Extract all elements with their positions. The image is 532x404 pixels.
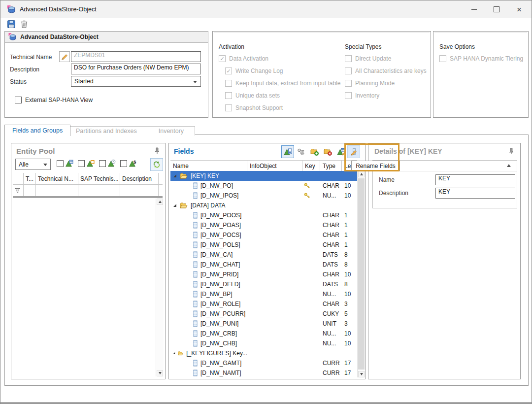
checkbox[interactable]	[345, 67, 352, 74]
checkbox-label: Snapshot Support	[235, 104, 283, 111]
fields-field-row[interactable]: [D_NW_CA]DATS8	[170, 250, 357, 260]
fields-field-row[interactable]: [D_NW_POOS]CHAR1	[170, 210, 357, 220]
characteristic-filter-checkbox[interactable]	[57, 160, 64, 167]
add-group-button[interactable]	[308, 145, 321, 158]
field-icon	[193, 192, 198, 199]
scroll-down-icon[interactable]	[157, 370, 163, 376]
checkbox[interactable]: ✓	[219, 55, 226, 62]
checkbox[interactable]	[225, 80, 232, 87]
fields-scrollbar[interactable]	[357, 171, 365, 377]
keyfigure-filter-checkbox[interactable]	[120, 160, 127, 167]
time-characteristic-filter-checkbox[interactable]	[99, 160, 106, 167]
expand-arrow-icon[interactable]	[172, 202, 178, 208]
entity-pool-column-header[interactable]	[13, 173, 24, 184]
entity-filter-select[interactable]: Alle	[15, 159, 51, 170]
expand-arrow-icon[interactable]	[172, 350, 176, 356]
fields-field-row[interactable]: [D_NW_PUNI]UNIT3	[170, 319, 357, 329]
fields-column-header[interactable]: InfoObject	[247, 161, 302, 171]
entity-pool-scrollbar[interactable]	[156, 199, 164, 376]
scroll-up-icon[interactable]	[157, 199, 163, 205]
key-cell	[302, 183, 320, 189]
edit-technical-name-button[interactable]	[59, 51, 70, 62]
chevron-down-icon	[43, 164, 47, 166]
checkbox[interactable]	[345, 92, 352, 99]
edit-infoobjects-button[interactable]	[334, 145, 347, 158]
close-button[interactable]: ×	[508, 0, 531, 18]
filter-cell[interactable]	[78, 185, 120, 196]
checkbox[interactable]: ✓	[225, 67, 232, 74]
fields-group-row[interactable]: [KEY] KEY	[170, 171, 357, 181]
refresh-button[interactable]	[150, 158, 163, 171]
checkbox[interactable]	[225, 104, 232, 111]
fields-field-row[interactable]: [D_NW_DELD]DATS8	[170, 279, 357, 289]
unit-characteristic-filter-checkbox[interactable]	[78, 160, 85, 167]
show-infoobjects-button[interactable]	[281, 145, 294, 158]
external-hana-view-checkbox[interactable]	[15, 97, 22, 103]
collapse-icon[interactable]	[507, 164, 511, 167]
fields-field-row[interactable]: [D_NW_GAMT]CURR17	[170, 358, 357, 368]
maximize-button[interactable]	[485, 0, 508, 18]
fields-column-headers: NameInfoObjectKeyTypeLen...	[170, 160, 357, 172]
fields-field-row[interactable]: [D_NW_ROLE]CHAR3	[170, 299, 357, 309]
scrollbar-thumb[interactable]	[358, 178, 365, 370]
entity-pool-column-header[interactable]: Technical N...	[36, 173, 78, 184]
save-button[interactable]	[7, 20, 17, 30]
fields-field-row[interactable]: [D_NW_NAMT]CURR17	[170, 368, 357, 378]
type-cell: CHAR	[320, 222, 342, 229]
pin-icon[interactable]	[154, 147, 160, 154]
status-select[interactable]: Started	[71, 76, 201, 87]
fields-field-row[interactable]: [D_NW_PO]CHAR10	[170, 181, 357, 191]
tab-fields-and-groups[interactable]: Fields and Groups	[4, 125, 70, 136]
filter-cell[interactable]	[13, 185, 24, 196]
fields-field-row[interactable]: [D_NW_POLS]CHAR1	[170, 240, 357, 250]
manage-keys-button[interactable]	[295, 145, 307, 158]
checkbox-label: All Characteristics are keys	[355, 67, 427, 74]
fields-field-row[interactable]: [D_NW_POAS]CHAR1	[170, 220, 357, 230]
fields-column-header[interactable]: Type	[320, 161, 342, 171]
entity-pool-column-header[interactable]	[159, 173, 163, 184]
fields-field-row[interactable]: [D_NW_CHB]NU...10	[170, 338, 357, 348]
field-name-cell: [D_NW_GAMT]	[170, 358, 247, 368]
technical-name-input[interactable]: ZEPMDS01	[71, 51, 201, 62]
field-icon	[193, 182, 198, 189]
expand-arrow-icon[interactable]	[172, 173, 178, 179]
fields-field-row[interactable]: [D_NW_CHAT]DATS8	[170, 260, 357, 269]
pin-icon[interactable]	[508, 148, 514, 155]
filter-cell[interactable]	[159, 185, 163, 196]
field-icon	[193, 320, 198, 327]
special-types-options: Direct UpdateAll Characteristics are key…	[345, 52, 427, 101]
delete-button[interactable]	[20, 20, 30, 30]
fields-field-row[interactable]: [D_NW_PCURR]CUKY5	[170, 309, 357, 319]
tab-inventory[interactable]: Inventory	[148, 128, 195, 135]
description-input[interactable]: DSO for Purchase Orders (NW Demo EPM)	[71, 64, 201, 74]
checkbox[interactable]	[345, 80, 352, 87]
entity-pool-column-header[interactable]: T...	[24, 173, 36, 184]
remove-group-button[interactable]	[321, 145, 334, 158]
fields-field-row[interactable]: [D_NW_IPOS]NU...10	[170, 191, 357, 201]
entity-pool-column-header[interactable]: Description	[120, 173, 159, 184]
fields-group-row[interactable]: [_KEYFIGURES] Key...	[170, 348, 357, 358]
fields-column-header[interactable]: Name	[170, 161, 247, 171]
fields-field-row[interactable]: [D_NW_BP]NU...10	[170, 289, 357, 299]
fields-column-header[interactable]: Key	[302, 161, 320, 171]
fields-field-row[interactable]: [D_NW_CRB]NU...10	[170, 329, 357, 338]
rename-fields-button[interactable]	[347, 145, 360, 158]
activation-title: Activation	[219, 41, 340, 52]
fields-field-row[interactable]: [D_NW_PRID]CHAR10	[170, 269, 357, 279]
fields-group-row[interactable]: [DATA] DATA	[170, 201, 357, 210]
field-name-cell: [D_NW_PRID]	[170, 269, 247, 279]
tab-partitions-and-indexes[interactable]: Partitions and Indexes	[65, 128, 148, 135]
entity-pool-column-header[interactable]: SAP Technis...	[78, 173, 120, 184]
checkbox[interactable]	[439, 55, 446, 62]
details-name-input[interactable]: KEY	[435, 174, 515, 185]
scroll-up-icon[interactable]	[358, 171, 365, 177]
filter-cell[interactable]	[24, 185, 36, 196]
fields-field-row[interactable]: [D_NW_POCS]CHAR1	[170, 230, 357, 240]
filter-cell[interactable]	[36, 185, 78, 196]
scroll-down-icon[interactable]	[358, 371, 365, 377]
checkbox[interactable]	[345, 55, 352, 62]
checkbox[interactable]	[225, 92, 232, 99]
minimize-button[interactable]	[463, 0, 485, 18]
filter-cell[interactable]	[120, 185, 159, 196]
details-description-input[interactable]: KEY	[435, 188, 515, 199]
